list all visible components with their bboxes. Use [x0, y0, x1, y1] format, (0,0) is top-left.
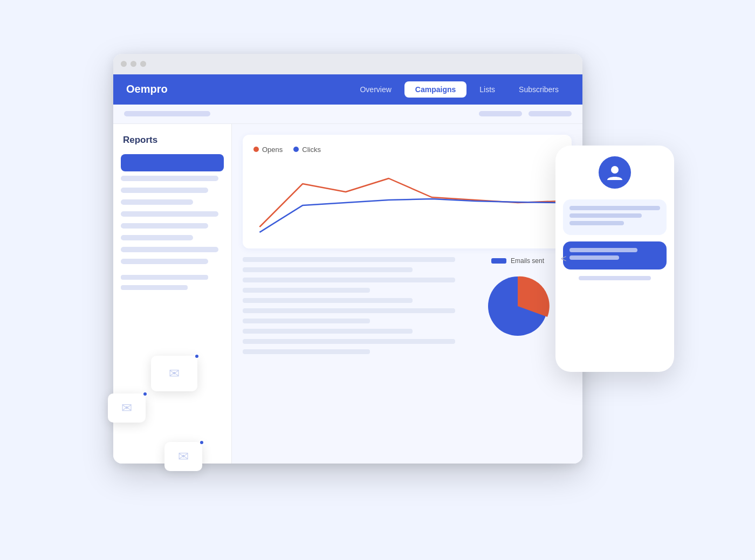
sidebar-item-8[interactable]: [121, 259, 208, 264]
mobile-avatar-section: [563, 156, 667, 189]
bubble-line-1b: [569, 213, 642, 218]
envelope-large-dot: [194, 354, 200, 359]
bubble-line-1c: [569, 221, 624, 225]
sidebar-item-6[interactable]: [121, 235, 193, 240]
table-row-6: [243, 308, 455, 313]
chart-svg-container: [253, 162, 561, 238]
table-row-3: [243, 278, 455, 282]
mobile-avatar: [599, 156, 631, 189]
app-logo: Oempro: [126, 83, 168, 95]
sidebar-bottom-pill-2: [121, 285, 188, 290]
nav-tab-overview[interactable]: Overview: [349, 81, 402, 98]
sidebar-item-1[interactable]: [121, 176, 218, 181]
nav-tab-lists[interactable]: Lists: [469, 81, 506, 98]
table-row-1: [243, 257, 455, 262]
envelope-small-left-dot: [142, 391, 148, 397]
pie-chart-svg: [483, 271, 553, 341]
browser-titlebar: [113, 54, 582, 74]
legend-dot-opens: [253, 147, 259, 152]
main-area: Opens Clicks: [232, 124, 582, 464]
dot-red: [121, 61, 127, 67]
table-row-7: [243, 319, 370, 323]
bubble-line-1a: [569, 206, 660, 210]
top-bar-pill-2: [479, 111, 522, 116]
mobile-chat-bubble-1: [563, 199, 667, 235]
envelope-small-left: [108, 393, 146, 423]
table-row-5: [243, 298, 413, 303]
top-bar-pill-3: [528, 111, 572, 116]
sidebar-item-4[interactable]: [121, 211, 218, 217]
top-bar: [113, 105, 582, 124]
line-chart-svg: [253, 162, 561, 238]
bubble-line-2b: [569, 255, 619, 260]
chart-legend: Opens Clicks: [253, 146, 561, 154]
clicks-line: [259, 199, 561, 232]
table-row-2: [243, 267, 413, 272]
dot-green: [140, 61, 146, 67]
dot-yellow: [131, 61, 136, 67]
legend-clicks: Clicks: [293, 146, 321, 154]
table-row-9: [243, 339, 455, 344]
scene: Oempro Overview Campaigns Lists Subscrib…: [81, 38, 674, 523]
sidebar-title: Reports: [121, 135, 224, 146]
pie-legend-label: Emails sent: [511, 257, 544, 265]
table-row-4: [243, 288, 370, 293]
legend-clicks-label: Clicks: [302, 146, 321, 154]
nav-tab-campaigns[interactable]: Campaigns: [404, 81, 466, 98]
sidebar-item-2[interactable]: [121, 188, 208, 193]
nav-tab-subscribers[interactable]: Subscribers: [508, 81, 569, 98]
svg-point-0: [611, 166, 619, 174]
mobile-chat-bubble-2: [563, 241, 667, 269]
pie-legend: Emails sent: [491, 257, 544, 265]
mobile-device: <: [555, 146, 674, 372]
table-area: [243, 257, 455, 359]
nav-tabs: Overview Campaigns Lists Subscribers: [349, 81, 569, 98]
envelope-small-bottom: [164, 442, 202, 471]
table-row-10: [243, 349, 370, 354]
sidebar-item-7[interactable]: [121, 247, 218, 252]
table-row-8: [243, 329, 413, 334]
avatar-person-icon: [606, 164, 623, 181]
bottom-section: Emails sent: [243, 257, 572, 359]
chart-card: Opens Clicks: [243, 135, 572, 248]
legend-opens: Opens: [253, 146, 283, 154]
bubble-line-2a: [569, 248, 637, 252]
sidebar-item-5[interactable]: [121, 223, 208, 229]
top-bar-pill-1: [124, 111, 210, 116]
mobile-back-chevron[interactable]: <: [561, 253, 567, 264]
app-navbar: Oempro Overview Campaigns Lists Subscrib…: [113, 74, 582, 105]
mobile-bottom-pill: [579, 276, 651, 280]
browser-window: Oempro Overview Campaigns Lists Subscrib…: [113, 54, 582, 464]
app-content: Reports: [113, 124, 582, 464]
pie-legend-bar: [491, 258, 506, 264]
sidebar-item-3[interactable]: [121, 199, 193, 205]
legend-dot-clicks: [293, 147, 299, 152]
legend-opens-label: Opens: [262, 146, 283, 154]
envelope-small-bottom-dot: [199, 440, 204, 445]
sidebar-bottom-pill-1: [121, 275, 208, 280]
sidebar-item-active[interactable]: [121, 154, 224, 171]
sidebar-bottom: [121, 275, 224, 290]
envelope-large: [151, 356, 197, 391]
